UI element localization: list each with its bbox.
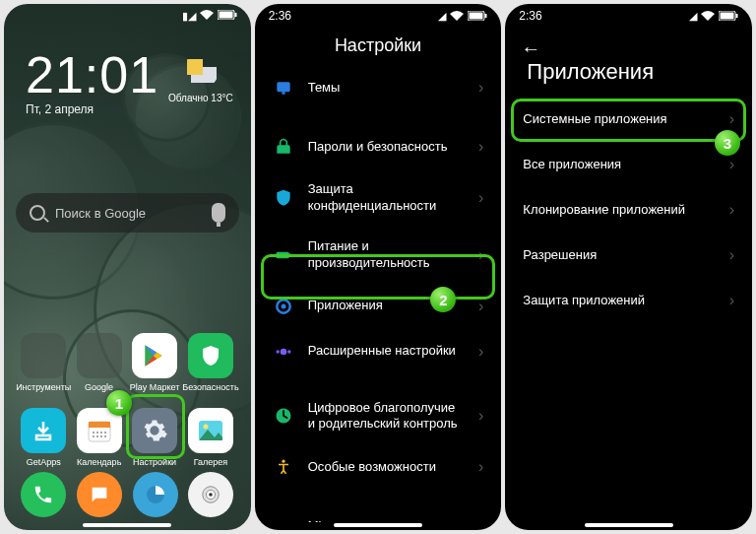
apps-list[interactable]: Системные приложения › Все приложения › … <box>505 97 752 522</box>
google-search-bar[interactable]: Поиск в Google <box>16 193 239 233</box>
nav-handle[interactable] <box>585 523 673 527</box>
chevron-right-icon: › <box>478 458 483 476</box>
row-mi-account[interactable]: mi Mi аккаунт › <box>255 503 502 522</box>
row-permissions[interactable]: Разрешения › <box>505 233 752 278</box>
svg-point-10 <box>96 435 98 437</box>
nav-handle[interactable] <box>83 523 171 527</box>
settings-icon <box>132 408 177 453</box>
signal-icon: ◢ <box>689 10 697 23</box>
battery-icon <box>218 10 237 22</box>
signal-icon: ◢ <box>438 10 446 23</box>
battery-icon <box>719 11 738 21</box>
status-time: 2:36 <box>269 9 291 23</box>
svg-point-29 <box>276 350 279 353</box>
svg-rect-23 <box>282 92 284 95</box>
svg-rect-35 <box>736 14 738 18</box>
app-calendar[interactable]: Календарь <box>71 408 126 467</box>
chevron-right-icon: › <box>478 189 483 207</box>
row-app-protection[interactable]: Защита приложений › <box>505 278 752 323</box>
svg-point-32 <box>282 460 284 463</box>
row-all-apps[interactable]: Все приложения › <box>505 142 752 187</box>
row-apps[interactable]: Приложения › <box>255 284 502 329</box>
svg-point-12 <box>104 435 106 437</box>
svg-rect-22 <box>277 82 289 92</box>
apps-icon <box>273 296 294 317</box>
page-title: Настройки <box>255 35 502 56</box>
row-power[interactable]: Питание и производительность › <box>255 227 502 284</box>
app-play-market[interactable]: Play Маркет <box>127 333 182 392</box>
weather-text: Облачно 13°C <box>168 93 233 104</box>
svg-point-30 <box>287 350 290 353</box>
folder-icon <box>77 333 122 378</box>
chevron-right-icon: › <box>478 138 483 156</box>
play-market-icon <box>132 333 177 378</box>
advanced-icon <box>273 341 294 363</box>
clock-widget[interactable]: 21:01 Пт, 2 апреля <box>26 49 158 116</box>
back-button[interactable]: ← <box>521 37 540 60</box>
app-settings[interactable]: Настройки <box>127 408 182 467</box>
chevron-right-icon: › <box>478 79 483 97</box>
weather-icon <box>183 53 219 89</box>
step-badge-1: 1 <box>106 390 132 416</box>
app-instruments[interactable]: Инструменты <box>16 333 71 392</box>
row-accessibility[interactable]: Особые возможности › <box>255 444 502 490</box>
dock-camera[interactable] <box>188 472 233 517</box>
svg-rect-2 <box>234 13 236 17</box>
svg-point-18 <box>209 493 213 497</box>
svg-point-28 <box>280 348 286 355</box>
settings-screen: 2:36 ◢ Настройки Темы › Пароли и безопас… <box>255 4 502 530</box>
row-themes[interactable]: Темы › <box>255 65 502 110</box>
app-google-folder[interactable]: Google <box>71 333 126 392</box>
status-bar: 2:36 ◢ <box>505 4 752 28</box>
chevron-right-icon: › <box>478 343 483 361</box>
row-privacy[interactable]: Защита конфиденциальности › <box>255 169 502 227</box>
dock-messages[interactable] <box>77 472 122 517</box>
svg-point-11 <box>100 435 102 437</box>
app-security[interactable]: Безопасность <box>182 333 238 392</box>
row-cloning[interactable]: Клонирование приложений › <box>505 187 752 233</box>
status-bar: 2:36 ◢ <box>255 4 502 28</box>
nav-handle[interactable] <box>334 523 422 527</box>
row-advanced[interactable]: Расширенные настройки › <box>255 329 502 374</box>
clock-date: Пт, 2 апреля <box>26 102 158 116</box>
chevron-right-icon: › <box>478 246 483 264</box>
app-getapps[interactable]: GetApps <box>16 408 71 467</box>
wifi-icon <box>450 11 464 21</box>
row-system-apps[interactable]: Системные приложения › <box>505 97 752 142</box>
chevron-right-icon: › <box>729 292 734 309</box>
mi-icon: mi <box>273 515 294 522</box>
svg-point-27 <box>281 303 285 308</box>
svg-point-7 <box>100 432 102 434</box>
row-wellbeing[interactable]: Цифровое благополучие и родительский кон… <box>255 388 502 445</box>
svg-point-9 <box>93 435 94 437</box>
svg-rect-34 <box>721 13 734 20</box>
settings-list[interactable]: Темы › Пароли и безопасность › Защита ко… <box>255 65 502 522</box>
svg-rect-4 <box>89 422 110 428</box>
svg-point-5 <box>93 432 94 434</box>
app-gallery[interactable]: Галерея <box>182 408 238 467</box>
mic-icon[interactable] <box>212 203 225 223</box>
apps-screen: 2:36 ◢ ← Приложения Системные приложения… <box>505 4 752 530</box>
weather-widget[interactable]: Облачно 13°C <box>168 53 233 104</box>
chevron-right-icon: › <box>729 156 734 173</box>
chevron-right-icon: › <box>729 110 734 128</box>
dock-browser[interactable] <box>133 472 178 517</box>
chevron-right-icon: › <box>729 201 734 219</box>
wifi-icon <box>200 10 214 22</box>
svg-rect-24 <box>276 251 288 258</box>
svg-point-8 <box>104 432 106 434</box>
dock <box>4 469 251 520</box>
chevron-right-icon: › <box>478 407 483 425</box>
status-icons: ▮◢ <box>182 10 237 23</box>
svg-rect-21 <box>485 14 487 18</box>
dock-phone[interactable] <box>21 472 66 517</box>
row-passwords[interactable]: Пароли и безопасность › <box>255 124 502 169</box>
search-icon <box>30 205 45 221</box>
signal-icon: ▮◢ <box>182 10 196 23</box>
chevron-right-icon: › <box>478 298 483 315</box>
step-badge-3: 3 <box>715 130 740 156</box>
chevron-right-icon: › <box>729 246 734 264</box>
status-bar: ▮◢ <box>4 4 251 28</box>
clock-time: 21:01 <box>26 49 158 100</box>
wifi-icon <box>701 11 715 21</box>
